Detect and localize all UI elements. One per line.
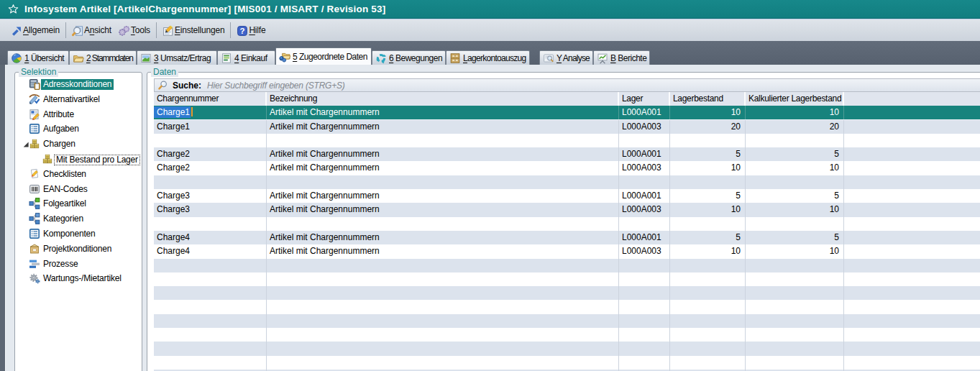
table-row-9[interactable] [154,217,980,231]
cell [154,328,267,342]
table-row-2[interactable]: Charge1Artikel mit ChargennummernL000A00… [154,120,980,134]
cell [844,342,980,355]
tab-label: Lagerkontoauszug [463,53,526,63]
tab-lagerkontoauszug[interactable]: Lagerkontoauszug [446,50,530,65]
cell: L000A003 [619,244,670,258]
page-pencil-icon [29,168,41,180]
table-header-row: ChargennummerBezeichnungLagerLagerbestan… [154,92,980,106]
menu-item-ansicht[interactable]: Ansicht [68,22,115,39]
cell: 10 [746,161,844,175]
tree-item-label: Attribute [41,109,76,120]
cell [670,272,746,286]
table-row-11[interactable]: Charge4Artikel mit ChargennummernL000A00… [154,244,980,258]
cell: Artikel mit Chargennummern [267,120,619,134]
cell [746,217,844,231]
table-row-4[interactable]: Charge2Artikel mit ChargennummernL000A00… [154,147,980,161]
folder-icon [73,52,84,64]
table-row-7[interactable]: Charge3Artikel mit ChargennummernL000A00… [154,189,980,203]
cell [844,259,980,272]
tab-uebersicht[interactable]: 1 Übersicht [7,50,69,65]
column-header-lager[interactable]: Lager [619,92,670,106]
tree-item-aufgaben[interactable]: Aufgaben [15,122,142,137]
cell [844,314,980,328]
menu-item-tools[interactable]: Tools [115,22,154,39]
table-row-17[interactable] [154,328,980,342]
tree-item-folgeartikel[interactable]: Folgeartikel [15,196,142,211]
cell [670,328,746,342]
text-caret [191,107,193,116]
table-row-6[interactable] [154,175,980,189]
menu-item-einstellungen[interactable]: Einstellungen [159,22,228,39]
tree-item-checklisten[interactable]: Checklisten [15,167,142,182]
cell [746,328,844,342]
orgchart-blue-icon [29,213,41,225]
column-header-lagerbestand[interactable]: Lagerbestand [670,92,746,106]
tree-item-projektkonditionen[interactable]: Projektkonditionen [15,242,142,257]
cell [746,356,844,370]
tab-bewegungen[interactable]: 6 Bewegungen [372,50,446,65]
cell: 5 [670,147,746,161]
table-row-12[interactable] [154,259,980,272]
cell [619,175,670,189]
tab-label: 6 Bewegungen [389,53,442,63]
tree-item-prozesse[interactable]: Prozesse [15,257,142,272]
cell [267,134,619,147]
cell [619,328,670,342]
search-bar[interactable]: Suche: Hier Suchbegriff eingeben (STRG+S… [154,78,980,92]
barcode-icon [29,183,41,196]
tree-item-mit-bestand-pro-lager[interactable]: Mit Bestand pro Lager [15,152,142,167]
tree-item-komponenten[interactable]: Komponenten [15,226,142,242]
tree-item-attribute[interactable]: Attribute [15,107,142,122]
table-row-5[interactable]: Charge2Artikel mit ChargennummernL000A00… [154,161,980,175]
help-icon: ? [237,25,247,36]
crates-icon [42,153,54,165]
tab-einkauf[interactable]: 4 Einkauf [217,50,275,65]
tree-item-label: Chargen [41,139,78,150]
table-row-18[interactable] [154,342,980,355]
table-row-1[interactable]: Charge1Artikel mit ChargennummernL000A00… [154,106,980,119]
cell: L000A003 [619,203,670,216]
table-row-3[interactable] [154,134,980,147]
table-row-14[interactable] [154,286,980,300]
table-row-16[interactable] [154,314,980,328]
cell [746,259,844,272]
tab-zugeordnete-daten[interactable]: 5 Zugeordnete Daten [275,47,372,65]
column-header-bezeichnung[interactable]: Bezeichnung [267,92,619,106]
selektion-group-label: Selektion [19,67,58,77]
table-row-15[interactable] [154,300,980,313]
tab-stammdaten[interactable]: 2 Stammdaten [69,50,137,65]
column-header-filler[interactable] [844,92,980,106]
column-header-chargennummer[interactable]: Chargennummer [154,92,267,106]
cell: 20 [746,120,844,134]
tree-item-alternativartikel[interactable]: Alternativartikel [15,92,142,107]
tab-berichte[interactable]: B Berichte [593,50,650,65]
tree-item-adresskonditionen[interactable]: Adresskonditionen [15,77,142,92]
cell [844,120,980,134]
tab-umsatz-ertrag[interactable]: 3 Umsatz/Ertrag [137,50,217,65]
tab-bar: 1 Übersicht2 Stammdaten3 Umsatz/Ertrag4 … [0,41,980,65]
cell [844,231,980,244]
table-row-19[interactable] [154,356,980,370]
tree-item-kategorien[interactable]: Kategorien [15,211,142,226]
cell [619,272,670,286]
table-row-13[interactable] [154,272,980,286]
table-row-8[interactable]: Charge3Artikel mit ChargennummernL000A00… [154,203,980,216]
column-header-kalkulierter-lagerbestand[interactable]: Kalkulierter Lagerbestand [746,92,844,106]
menu-item-hilfe[interactable]: ?Hilfe [233,22,269,39]
cell [267,217,619,231]
cell [619,259,670,272]
cell [154,272,267,286]
cell [670,342,746,355]
menu-item-label: Einstellungen [175,25,224,35]
tab-analyse[interactable]: Y Analyse [539,50,593,65]
edit-selection: Charge1 [154,106,191,118]
cell: 10 [670,203,746,216]
menu-item-allgemein[interactable]: Allgemein [7,22,63,39]
tree-item-chargen[interactable]: Chargen [15,137,142,152]
cell [844,328,980,342]
cell [619,286,670,300]
table-row-10[interactable]: Charge4Artikel mit ChargennummernL000A00… [154,231,980,244]
tree-item-wartungs-mietartikel[interactable]: Wartungs-/Mietartikel [15,271,142,286]
cell [619,217,670,231]
tree-item-ean-codes[interactable]: EAN-Codes [15,182,142,197]
